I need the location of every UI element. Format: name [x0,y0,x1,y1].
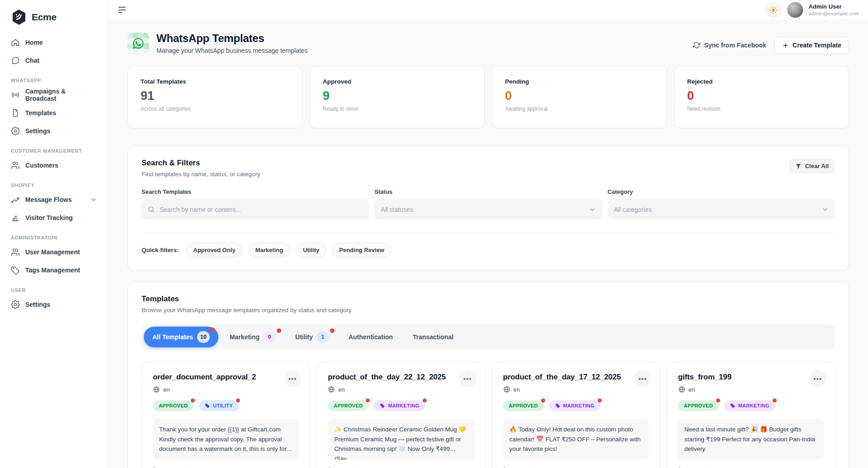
page-title: WhatsApp Templates [156,32,308,45]
quick-filter-marketing[interactable]: Marketing [248,243,290,257]
sidebar-item-campaigns-broadcast[interactable]: Campaigns & Broadcast [0,86,108,104]
home-icon [11,38,20,47]
brand-name: Ecme [32,12,57,23]
page-subtitle: Manage your WhatsApp business message te… [156,47,308,54]
chevron-down-icon [821,206,829,213]
tab-count-badge: 10 [197,331,210,343]
category-label: Category [608,188,835,195]
users-icon [11,161,20,170]
tab-authentication[interactable]: Authentication [340,329,401,345]
stat-label: Total Templates [141,78,289,85]
tab-marketing[interactable]: Marketing 9 [221,327,284,347]
flow-icon [11,195,20,204]
tab-utility[interactable]: Utility 1 [287,327,337,347]
sidebar-item-customers[interactable]: Customers [0,156,108,174]
sidebar-item-chat[interactable]: Chat [0,51,108,70]
search-input[interactable] [142,199,369,220]
stat-value: 0 [687,89,836,103]
filter-icon [795,163,802,169]
stat-caption: Across all categories [141,106,289,112]
more-options-button[interactable]: ••• [284,370,301,387]
template-language: en [514,386,520,393]
status-select[interactable]: All statuses [374,199,602,220]
sidebar-section-whatsapp: WHATSAPP [0,70,108,86]
gear-icon [11,300,20,309]
notification-dot [598,398,602,402]
template-card: product_of_the_day_22_12_2025 ••• en APP… [316,361,485,468]
bar-chart-icon [11,213,20,222]
chevron-down-icon[interactable] [90,196,97,203]
template-grid: order_document_approval_2 ••• en APPROVE… [142,361,835,468]
stat-label: Pending [505,78,654,85]
search-filters-panel: Search & Filters Find templates by name,… [127,145,849,271]
avatar[interactable] [787,2,803,18]
tab-all-templates[interactable]: All Templates 10 [144,327,218,347]
template-body-preview: ✨ Christmas Reindeer Ceramic Golden Mug … [328,419,473,460]
sidebar-toggle-button[interactable] [118,2,134,18]
globe-icon [503,386,510,393]
template-name: order_document_approval_2 [153,373,298,382]
stat-card-approved: Approved 9 Ready to send [310,66,485,128]
sun-icon [769,6,778,14]
templates-subtitle: Browse your WhatsApp message templates o… [142,307,835,314]
sidebar-item-whatsapp-settings[interactable]: Settings [0,122,108,140]
topbar: Admin User admin@example.com [108,0,868,20]
sidebar-item-label: Chat [25,57,39,64]
broadcast-icon [11,90,20,99]
filters-title: Search & Filters [142,159,260,168]
sidebar-item-tags-management[interactable]: Tags Management [0,261,108,279]
filters-subtitle: Find templates by name, status, or categ… [142,171,260,178]
brand[interactable]: Ecme [0,7,108,33]
more-options-button[interactable]: ••• [809,370,826,387]
file-icon [11,108,20,117]
category-select[interactable]: All categories [608,199,835,220]
stat-caption: Awaiting approval [505,106,654,112]
sidebar-item-label: Campaigns & Broadcast [25,88,97,102]
notification-dot [773,398,777,402]
clear-all-button[interactable]: Clear All [789,159,835,173]
stat-card-rejected: Rejected 0 Need revision [674,66,849,128]
sidebar-item-templates[interactable]: Templates [0,104,108,122]
quick-filter-utility[interactable]: Utility [296,243,326,257]
sidebar: Ecme Home Chat WHATSAPP Campaigns & Broa… [0,0,108,468]
template-name: product_of_the_day_22_12_2025 [328,373,473,382]
notification-dot [541,398,545,402]
templates-panel: Templates Browse your WhatsApp message t… [127,281,849,468]
tab-count-badge: 9 [264,331,275,343]
sidebar-item-user-settings[interactable]: Settings [0,295,108,314]
sidebar-item-label: Settings [25,301,50,308]
quick-filter-pending-review[interactable]: Pending Review [332,243,392,257]
refresh-icon [693,42,700,49]
templates-title: Templates [142,295,835,304]
sidebar-item-label: Visitor Tracking [25,214,73,221]
sidebar-item-visitor-tracking[interactable]: Visitor Tracking [0,209,108,227]
template-name: product_of_the_day_17_12_2025 [503,373,649,382]
user-meta[interactable]: Admin User admin@example.com [809,3,859,17]
theme-toggle-button[interactable] [765,2,782,18]
notification-dot [716,398,720,402]
quick-filter-approved-only[interactable]: Approved Only [186,243,243,257]
template-language: en [163,386,170,393]
sync-from-facebook-button[interactable]: Sync from Facebook [693,42,766,49]
category-badge: UTILITY [199,400,239,411]
create-template-button[interactable]: Create Template [774,37,849,54]
chat-icon [11,56,20,65]
tab-transactional[interactable]: Transactional [404,329,462,345]
template-name: gifts_from_199 [678,373,824,382]
more-options-button[interactable]: ••• [634,370,651,387]
sidebar-item-message-flows[interactable]: Message Flows [0,191,108,209]
status-badge: APPROVED [328,400,368,411]
sidebar-item-home[interactable]: Home [0,33,108,51]
sidebar-item-user-management[interactable]: User Management [0,243,108,261]
sidebar-item-label: Settings [25,127,50,135]
stat-card-total: Total Templates 91 Across all categories [127,66,302,128]
status-badge: APPROVED [153,400,193,411]
more-options-button[interactable]: ••• [459,370,476,387]
globe-icon [153,386,160,393]
sidebar-item-label: Tags Management [25,267,80,274]
stat-value: 91 [141,89,289,103]
stat-value: 0 [505,89,654,103]
whatsapp-icon [132,37,145,50]
template-body-preview: Thank you for your order {{1}} at Giftca… [153,419,298,460]
sidebar-section-user: USER [0,279,108,295]
